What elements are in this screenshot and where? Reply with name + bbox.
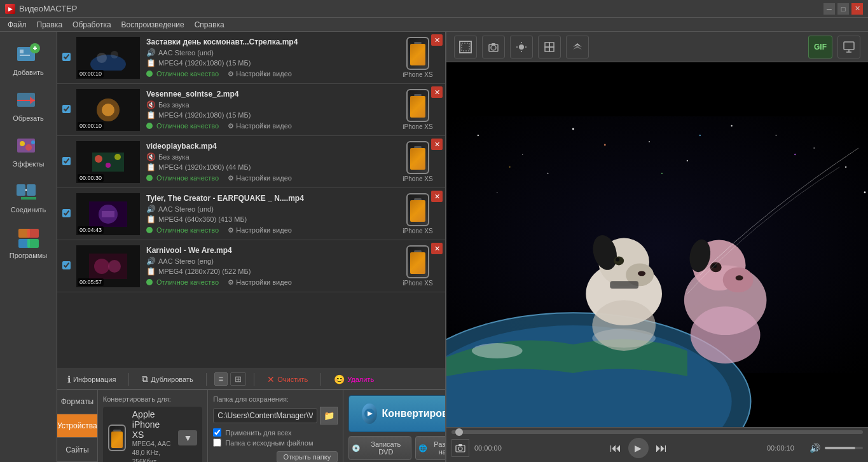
svg-point-58 [845, 166, 847, 168]
device-select-arrow[interactable]: ▼ [178, 430, 197, 445]
svg-point-31 [94, 259, 109, 274]
svg-rect-35 [462, 43, 469, 51]
source-folder-checkbox[interactable] [213, 438, 221, 447]
settings-link-2[interactable]: ⚙ Настройки видео [228, 122, 292, 130]
settings-link-3[interactable]: ⚙ Настройки видео [228, 174, 292, 182]
settings-link-1[interactable]: ⚙ Настройки видео [228, 70, 292, 78]
screenshot-button[interactable] [451, 439, 469, 457]
tab-devices[interactable]: Устройства [57, 414, 97, 438]
remove-item-4[interactable]: ✕ [431, 191, 443, 202]
skip-end-button[interactable]: ⏭ [652, 439, 670, 457]
video-duration-2: 00:00:10 [78, 122, 104, 130]
timeline-thumb[interactable] [455, 428, 463, 436]
svg-point-54 [572, 128, 574, 130]
menu-file[interactable]: Файл [3, 19, 32, 31]
app-title: ВидеоМАСТЕР [19, 4, 823, 13]
duplicate-button[interactable]: ⧉ Дублировать [137, 372, 198, 386]
svg-point-32 [108, 260, 121, 273]
playback-controls: 00:00:00 ⏮ ▶ ⏭ 00:00:10 🔊 [446, 427, 868, 462]
skip-start-button[interactable]: ⏮ [607, 439, 624, 457]
remove-item-5[interactable]: ✕ [431, 243, 443, 254]
item-checkbox-2[interactable] [62, 105, 72, 115]
device-row: Apple iPhone XS MPEG4, AAC 48,0 KHz, 256… [103, 407, 202, 462]
gif-button[interactable]: GIF [808, 36, 832, 58]
tab-sites[interactable]: Сайты [57, 438, 97, 462]
item-checkbox-5[interactable] [62, 261, 72, 271]
remove-item-3[interactable]: ✕ [431, 139, 443, 150]
quality-dot-1 [146, 71, 153, 77]
maximize-button[interactable]: □ [837, 3, 849, 15]
grid-view-button[interactable]: ⊞ [230, 372, 246, 386]
video-audio-4: 🔊AAC Stereo (und) [146, 205, 396, 214]
apply-all-folder-checkbox[interactable] [213, 428, 221, 437]
svg-rect-17 [27, 239, 39, 248]
device-label-4: iPhone XS [403, 228, 432, 234]
output-settings-button[interactable] [837, 36, 860, 58]
svg-point-39 [519, 44, 524, 50]
burn-dvd-button[interactable]: 💿 Записать DVD [348, 436, 411, 460]
info-button[interactable]: ℹ Информация [62, 372, 121, 386]
remove-item-2[interactable]: ✕ [431, 86, 443, 98]
svg-rect-45 [549, 43, 554, 47]
settings-link-4[interactable]: ⚙ Настройки видео [228, 226, 292, 234]
sidebar-item-add[interactable]: Добавить [3, 37, 54, 81]
camera-icon [487, 41, 500, 53]
device-label-3: iPhone XS [403, 175, 432, 182]
menu-process[interactable]: Обработка [67, 19, 116, 31]
list-toolbar: ℹ Информация ⧉ Дублировать ≡ ⊞ ✕ Очистит… [57, 369, 445, 389]
brightness-button[interactable] [510, 36, 533, 58]
playback-speed-button[interactable] [566, 36, 589, 58]
sidebar-item-effects[interactable]: Эффекты [3, 128, 54, 173]
video-thumbnail-4: 00:04:43 [76, 193, 140, 235]
video-list[interactable]: 00:00:10 Заставки день космонавт...Стрел… [57, 32, 445, 369]
timeline[interactable] [451, 430, 863, 434]
list-view-button[interactable]: ≡ [214, 372, 228, 386]
dvd-icon: 💿 [352, 444, 361, 452]
browse-folder-button[interactable]: 📁 [320, 407, 338, 425]
menu-edit[interactable]: Правка [32, 19, 68, 31]
video-name-1: Заставки день космонавт...Стрелка.mp4 [146, 37, 396, 46]
item-checkbox-4[interactable] [62, 209, 72, 219]
svg-point-63 [864, 191, 866, 193]
svg-rect-38 [492, 43, 495, 45]
settings-link-5[interactable]: ⚙ Настройки видео [228, 278, 292, 287]
video-info-4: Tyler, The Creator - EARFQUAKE _ N....mp… [146, 194, 396, 234]
screenshot-preview-button[interactable] [482, 36, 505, 58]
remove-item-1[interactable]: ✕ [431, 34, 443, 46]
sidebar-item-merge[interactable]: Соединить [3, 174, 54, 219]
tab-formats[interactable]: Форматы [57, 390, 97, 414]
mute-button[interactable]: 🔊 [807, 440, 822, 456]
svg-point-89 [736, 275, 743, 280]
programs-icon [16, 225, 41, 250]
convert-main-icon [362, 404, 376, 424]
sidebar-item-cut[interactable]: Обрезать [3, 83, 54, 127]
video-item: 00:05:57 Karnivool - We Are.mp4 🔊AAC Ste… [57, 240, 445, 292]
video-name-2: Vesennee_solntse_2.mp4 [146, 90, 396, 99]
quality-dot-4 [146, 227, 153, 233]
svg-point-92 [458, 447, 462, 451]
video-quality-4: Отличное качество ⚙ Настройки видео [146, 226, 396, 234]
crop-button[interactable] [454, 36, 477, 58]
video-name-3: videoplayback.mp4 [146, 142, 396, 151]
svg-point-26 [114, 154, 121, 160]
menu-help[interactable]: Справка [189, 19, 230, 31]
menu-play[interactable]: Воспроизведение [116, 19, 189, 31]
folder-path-input[interactable] [213, 408, 317, 423]
svg-point-68 [661, 173, 663, 174]
item-checkbox-3[interactable] [62, 157, 72, 167]
open-folder-button[interactable]: Открыть папку [277, 451, 338, 462]
minimize-button[interactable]: ─ [823, 3, 835, 15]
delete-button[interactable]: 😊 Удалить [329, 372, 379, 386]
play-button[interactable]: ▶ [628, 438, 649, 458]
toolbar-separator [206, 373, 207, 386]
clear-button[interactable]: ✕ Очистить [262, 372, 313, 386]
svg-rect-1 [20, 50, 24, 53]
view-toggle: ≡ ⊞ [214, 372, 247, 386]
item-checkbox-1[interactable] [62, 53, 72, 63]
rotation-button[interactable] [538, 36, 561, 58]
volume-slider[interactable] [825, 447, 863, 449]
sidebar-item-programs[interactable]: Программы [3, 220, 54, 264]
svg-point-67 [509, 166, 511, 168]
add-icon [16, 42, 41, 67]
close-button[interactable]: ✕ [851, 3, 863, 15]
